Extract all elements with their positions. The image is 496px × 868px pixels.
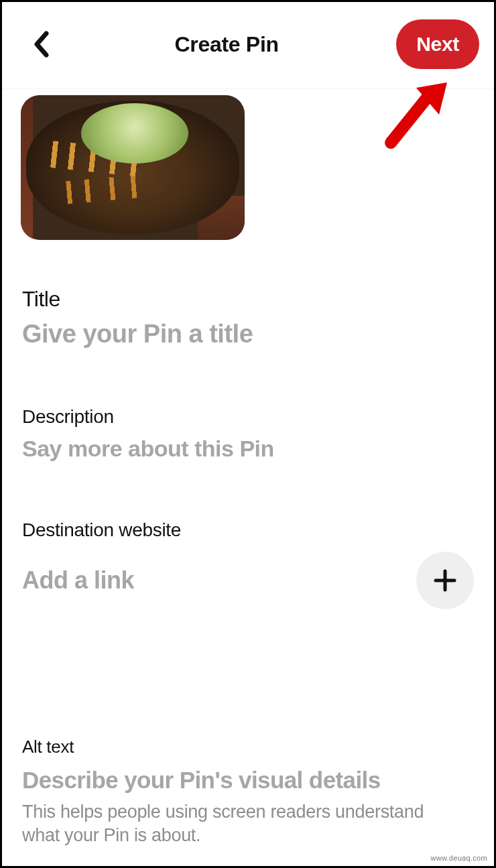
destination-link-input[interactable] <box>22 566 416 595</box>
page-title: Create Pin <box>174 32 278 57</box>
description-label: Description <box>22 406 474 428</box>
alt-text-input[interactable]: Describe your Pin's visual details <box>22 767 474 794</box>
watermark-text: www.deuaq.com <box>430 854 487 862</box>
back-button[interactable] <box>27 29 57 59</box>
title-label: Title <box>22 287 474 312</box>
image-preview-row <box>2 88 494 240</box>
destination-website-label: Destination website <box>22 519 474 541</box>
pin-image-preview[interactable] <box>21 95 245 240</box>
next-button[interactable]: Next <box>396 19 479 69</box>
add-link-button[interactable] <box>416 552 474 609</box>
alt-text-help: This helps people using screen readers u… <box>22 800 451 847</box>
title-input[interactable] <box>22 320 474 349</box>
header: Create Pin Next <box>2 2 494 84</box>
chevron-left-icon <box>33 31 52 58</box>
description-input[interactable] <box>22 436 474 462</box>
plus-icon <box>432 567 458 594</box>
alt-text-label: Alt text <box>22 737 474 757</box>
